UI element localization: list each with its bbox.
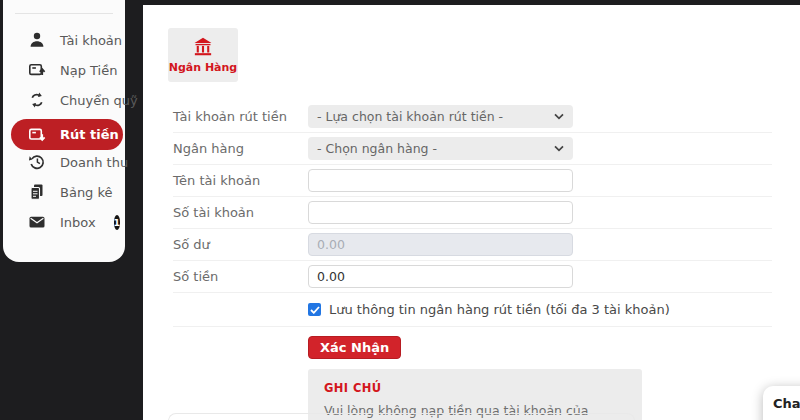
form-row: Tên tài khoản: [173, 165, 772, 197]
inbox-icon: [27, 212, 47, 232]
field-label: Số dư: [173, 237, 308, 252]
withdraw-icon: [27, 125, 47, 145]
sidebar-item-label: Inbox: [60, 215, 96, 230]
inbox-unread-badge: 1: [114, 215, 121, 230]
bank-icon: [192, 36, 214, 58]
sidebar-item-bang-ke[interactable]: Bảng kê: [11, 177, 117, 207]
field-label: Số tài khoản: [173, 205, 308, 220]
select-value: - Lựa chọn tài khoản rút tiền -: [317, 109, 503, 124]
form-row: Ngân hàng - Chọn ngân hàng -: [173, 133, 772, 165]
sidebar-item-label: Doanh thu: [60, 155, 128, 170]
account-name-input[interactable]: [308, 169, 573, 192]
transfer-icon: [27, 90, 47, 110]
sidebar-item-label: Chuyển quỹ: [60, 93, 138, 108]
sidebar-item-nap-tien[interactable]: Nạp Tiền: [11, 55, 117, 85]
account-number-input[interactable]: [308, 201, 573, 224]
bank-select[interactable]: - Chọn ngân hàng -: [308, 137, 573, 160]
sidebar-item-inbox[interactable]: Inbox 1: [11, 207, 117, 237]
deposit-icon: [27, 60, 47, 80]
submit-row: Xác Nhận: [173, 336, 772, 359]
confirm-button[interactable]: Xác Nhận: [308, 336, 401, 359]
field-label: Ngân hàng: [173, 141, 308, 156]
amount-input[interactable]: [308, 265, 573, 288]
withdraw-account-select[interactable]: - Lựa chọn tài khoản rút tiền -: [308, 105, 573, 128]
sidebar-item-label: Bảng kê: [60, 185, 113, 200]
balance-input: [308, 233, 573, 256]
sidebar-item-chuyen-quy[interactable]: Chuyển quỹ: [11, 85, 117, 115]
withdraw-form: Tài khoản rút tiền - Lựa chọn tài khoản …: [173, 101, 772, 420]
user-icon: [27, 30, 47, 50]
next-section-edge: [168, 413, 635, 420]
sidebar-item-label: Tài khoản: [60, 33, 122, 48]
bank-tab-label: Ngân Hàng: [169, 61, 238, 74]
sidebar-item-tai-khoan[interactable]: Tài khoản: [11, 25, 117, 55]
save-bank-info-checkbox[interactable]: [308, 303, 321, 316]
select-value: - Chọn ngân hàng -: [317, 141, 437, 156]
note-title: GHI CHÚ: [324, 381, 626, 395]
chat-label: Chat: [773, 396, 800, 411]
revenue-history-icon: [27, 152, 47, 172]
save-bank-info-row: Lưu thông tin ngân hàng rút tiền (tối đa…: [173, 293, 772, 327]
chat-button[interactable]: Chat: [763, 386, 800, 420]
sidebar-item-label: Rút tiền: [60, 127, 119, 142]
form-row: Số dư: [173, 229, 772, 261]
field-label: Số tiền: [173, 269, 308, 284]
sidebar: Tài khoản Nạp Tiền Chuyển quỹ Rút tiền D…: [3, 0, 125, 262]
chevron-down-icon: [554, 113, 564, 120]
sidebar-divider: [15, 13, 113, 14]
sidebar-item-doanh-thu[interactable]: Doanh thu: [11, 147, 117, 177]
statement-icon: [27, 182, 47, 202]
field-label: Tài khoản rút tiền: [173, 109, 308, 124]
main-panel: Ngân Hàng Tài khoản rút tiền - Lựa chọn …: [143, 5, 800, 420]
chevron-down-icon: [554, 145, 564, 152]
form-row: Số tiền: [173, 261, 772, 293]
form-row: Số tài khoản: [173, 197, 772, 229]
tab-ngan-hang[interactable]: Ngân Hàng: [168, 28, 238, 82]
save-bank-info-label: Lưu thông tin ngân hàng rút tiền (tối đa…: [329, 302, 670, 317]
form-row: Tài khoản rút tiền - Lựa chọn tài khoản …: [173, 101, 772, 133]
field-label: Tên tài khoản: [173, 173, 308, 188]
sidebar-item-label: Nạp Tiền: [60, 63, 117, 78]
sidebar-item-rut-tien[interactable]: Rút tiền: [11, 119, 123, 150]
